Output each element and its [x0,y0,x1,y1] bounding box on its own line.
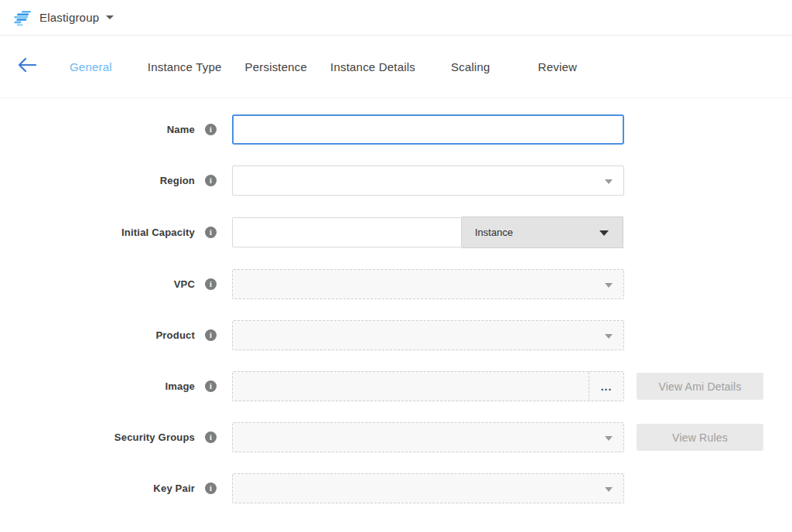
chevron-down-icon [605,283,613,288]
initial-capacity-input[interactable] [232,217,462,247]
back-button[interactable] [17,56,37,77]
field-row-image: Image i ... View Ami Details [0,371,792,401]
initial-capacity-label: Initial Capacity [121,227,195,238]
chevron-down-icon [599,230,609,236]
field-row-initial-capacity: Initial Capacity i Instance [0,217,792,248]
info-icon[interactable]: i [205,124,217,135]
field-row-product: Product i [0,320,792,350]
region-label: Region [160,175,195,186]
view-ami-details-button[interactable]: View Ami Details [637,373,763,400]
view-rules-button[interactable]: View Rules [637,424,763,451]
tab-review[interactable]: Review [538,60,577,73]
browse-image-button[interactable]: ... [589,372,623,401]
field-row-vpc: VPC i [0,269,792,299]
vpc-select[interactable] [232,269,624,299]
image-label: Image [165,380,195,392]
product-label: Product [155,329,195,341]
product-select[interactable] [232,320,624,350]
chevron-down-icon [605,179,613,184]
tab-general[interactable]: General [70,60,112,73]
field-row-security-groups: Security Groups i View Rules [0,422,792,452]
capacity-unit-select[interactable]: Instance [462,217,623,248]
chevron-down-icon [605,487,613,492]
top-bar: Elastigroup [0,0,792,36]
info-icon[interactable]: i [205,175,217,186]
tab-scaling[interactable]: Scaling [451,60,490,73]
general-settings-form: Name i Region i Initial Capacity i Inst [0,98,792,503]
chevron-down-icon [605,334,613,339]
field-row-key-pair: Key Pair i [0,473,792,503]
app-name: Elastigroup [39,11,99,24]
tab-instance-details[interactable]: Instance Details [330,60,415,73]
info-icon[interactable]: i [205,431,217,443]
tab-persistence[interactable]: Persistence [245,60,308,73]
info-icon[interactable]: i [205,329,217,341]
back-arrow-icon [18,58,36,75]
image-input[interactable]: ... [232,371,624,401]
tab-instance-type[interactable]: Instance Type [148,60,222,73]
key-pair-label: Key Pair [153,483,195,494]
chevron-down-icon [605,436,613,441]
info-icon[interactable]: i [205,227,217,238]
name-input[interactable] [232,114,624,145]
tabs: General Instance Type Persistence Instan… [70,60,577,73]
name-label: Name [167,124,195,135]
field-row-name: Name i [0,114,792,145]
chevron-down-icon [106,15,114,19]
field-row-region: Region i [0,165,792,196]
app-switcher[interactable]: Elastigroup [11,9,114,27]
vpc-label: VPC [174,278,195,290]
capacity-unit-value: Instance [475,227,513,238]
key-pair-select[interactable] [232,473,624,503]
info-icon[interactable]: i [205,483,217,494]
elastigroup-logo-icon [11,9,32,27]
info-icon[interactable]: i [205,380,217,392]
security-groups-label: Security Groups [114,431,195,443]
security-groups-select[interactable] [232,422,624,452]
wizard-tab-bar: General Instance Type Persistence Instan… [0,36,792,98]
region-select[interactable] [232,165,624,196]
info-icon[interactable]: i [205,278,217,290]
